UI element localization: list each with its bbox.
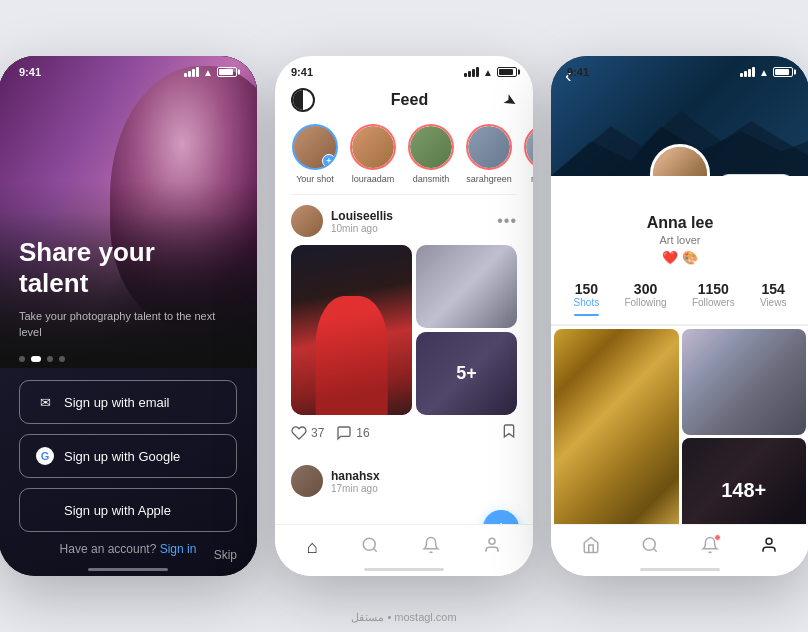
contrast-icon[interactable] [291, 88, 315, 112]
story-name-yourshot: Your shot [296, 174, 334, 184]
pagination-dots [19, 356, 237, 362]
comment-count: 16 [356, 426, 369, 440]
profile-emojis: ❤️ 🎨 [565, 250, 795, 265]
wifi-icon: ▲ [203, 67, 213, 78]
status-icons-3: ▲ [740, 67, 793, 78]
followers-label: Followers [692, 297, 735, 308]
post-main-image [291, 245, 412, 415]
profile-grid: 148+ [551, 326, 808, 546]
dot-3 [47, 356, 53, 362]
battery-icon-3 [773, 67, 793, 77]
post-user-info-2: hanahsx 17min ago [331, 469, 380, 494]
like-button[interactable]: 37 [291, 425, 324, 441]
profile-bio: Art lover [565, 234, 795, 246]
battery-icon [217, 67, 237, 77]
stat-views[interactable]: 154 Views [760, 281, 787, 316]
story-dansmith[interactable]: dansmith [407, 124, 455, 184]
status-icons-2: ▲ [464, 67, 517, 78]
followers-count: 1150 [692, 281, 735, 297]
comment-icon [336, 425, 352, 441]
svg-point-2 [489, 538, 495, 544]
dot-1 [19, 356, 25, 362]
story-sarahgreen[interactable]: sarahgreen [465, 124, 513, 184]
home-nav-button-3[interactable] [582, 536, 600, 559]
post-actions: 37 16 [291, 415, 517, 451]
bookmark-icon [501, 423, 517, 439]
signup-apple-button[interactable]: Sign up with Apple [19, 488, 237, 532]
search-nav-button-3[interactable] [641, 536, 659, 559]
status-bar-3: 9:41 ▲ [551, 56, 808, 82]
person-icon-nav [483, 536, 501, 554]
story-name-dansmith: dansmith [413, 174, 450, 184]
bell-icon-nav [422, 536, 440, 554]
signin-link[interactable]: Sign in [160, 542, 197, 556]
send-icon[interactable]: ➤ [500, 89, 521, 112]
search-icon-nav-3 [641, 536, 659, 554]
profile-avatar-wrap: + [650, 144, 710, 176]
home-indicator-3 [640, 568, 720, 571]
following-count: 300 [624, 281, 666, 297]
more-images-overlay: 5+ [416, 332, 517, 415]
post-username-2: hanahsx [331, 469, 380, 483]
battery-icon-2 [497, 67, 517, 77]
watermark: مستقل • mostagl.com [351, 611, 456, 624]
post-avatar-2 [291, 465, 323, 497]
feed-title: Feed [391, 91, 428, 109]
stat-following[interactable]: 300 Following [624, 281, 666, 316]
grid-image-baroque[interactable] [554, 329, 679, 543]
search-nav-button[interactable] [361, 536, 379, 559]
bell-nav-button-3[interactable] [701, 536, 719, 559]
dot-2 [31, 356, 41, 362]
person-icon-nav-3 [760, 536, 778, 554]
story-your-shot[interactable]: + Your shot [291, 124, 339, 184]
signin-row: Have an account? Sign in [19, 542, 237, 556]
heart-icon [291, 425, 307, 441]
svg-point-5 [644, 538, 656, 550]
skip-button[interactable]: Skip [214, 548, 237, 562]
search-icon-nav [361, 536, 379, 554]
profile-name: Anna lee [565, 214, 795, 232]
story-name-sarahgreen: sarahgreen [466, 174, 512, 184]
views-label: Views [760, 297, 787, 308]
phone-signup: 9:41 ▲ Share your talent [0, 56, 257, 576]
bell-nav-button[interactable] [422, 536, 440, 559]
status-bar-1: 9:41 ▲ [0, 56, 257, 82]
phone-profile: 9:41 ▲ ‹ [551, 56, 808, 576]
svg-point-7 [766, 538, 772, 544]
bookmark-button[interactable] [501, 423, 517, 443]
signup-google-button[interactable]: G Sign up with Google [19, 434, 237, 478]
time-1: 9:41 [19, 66, 41, 78]
headline: Share your talent [19, 237, 237, 299]
home-indicator [88, 568, 168, 571]
email-icon: ✉ [36, 393, 54, 411]
views-count: 154 [760, 281, 787, 297]
post-avatar-1 [291, 205, 323, 237]
shots-count: 150 [574, 281, 600, 297]
profile-info: Anna lee Art lover ❤️ 🎨 [551, 176, 808, 273]
signal-icon [184, 67, 199, 77]
home-nav-button[interactable]: ⌂ [307, 537, 318, 558]
profile-nav-button-3[interactable] [760, 536, 778, 559]
wifi-icon-3: ▲ [759, 67, 769, 78]
status-icons-1: ▲ [184, 67, 237, 78]
time-2: 9:41 [291, 66, 313, 78]
signal-icon-2 [464, 67, 479, 77]
apple-icon [36, 501, 54, 519]
shots-underline [574, 314, 600, 316]
stat-followers[interactable]: 1150 Followers [692, 281, 735, 316]
story-mirobi[interactable]: mirobi... [523, 124, 533, 184]
add-story-icon: + [322, 154, 336, 168]
stat-shots[interactable]: 150 Shots [574, 281, 600, 316]
edit-profile-button[interactable]: Edit profile [717, 174, 795, 176]
story-louraadam[interactable]: louraadam [349, 124, 397, 184]
home-indicator-2 [364, 568, 444, 571]
signup-email-button[interactable]: ✉ Sign up with email [19, 380, 237, 424]
more-options-button[interactable]: ••• [497, 212, 517, 230]
shots-label: Shots [574, 297, 600, 308]
post-username: Louiseellis [331, 209, 393, 223]
profile-nav-button[interactable] [483, 536, 501, 559]
stories-row: + Your shot louraadam dansmith [275, 120, 533, 194]
grid-image-portrait[interactable] [682, 329, 807, 435]
comment-button[interactable]: 16 [336, 425, 369, 441]
profile-stats: 150 Shots 300 Following 1150 Followers 1… [551, 273, 808, 326]
